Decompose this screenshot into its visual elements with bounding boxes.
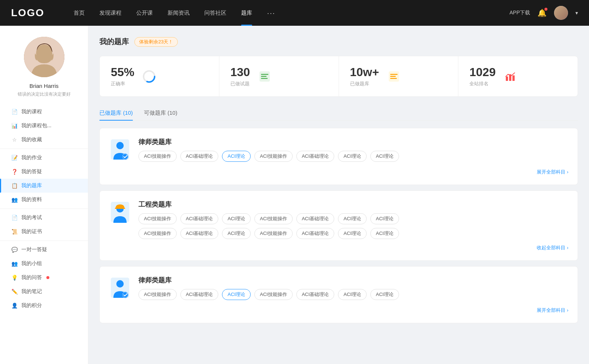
main-container: Brian Harris 错误的决定比没有决定要好 📄 我的课程 📊 我的课程包… [0, 26, 589, 364]
sidebar-item-notes[interactable]: ✏️ 我的笔记 [0, 285, 88, 299]
profile-motto: 错误的决定比没有决定要好 [18, 91, 71, 97]
sidebar-item-my-data[interactable]: 👥 我的资料 [0, 193, 88, 207]
tab-done-banks[interactable]: 已做题库 (10) [99, 106, 133, 120]
svg-point-24 [116, 280, 124, 288]
tag-3-4[interactable]: ACI基础理论 [296, 289, 335, 300]
svg-rect-7 [261, 76, 267, 77]
sidebar-label-groups: 我的小组 [21, 260, 42, 267]
topic-card-3: 律师类题库 ACI技能操作 ACI基础理论 ACI理论 ACI技能操作 ACI基… [99, 266, 578, 323]
exam-icon: 📄 [11, 214, 18, 221]
sidebar-label-my-data: 我的资料 [21, 196, 42, 203]
courses-icon: 📄 [11, 108, 18, 115]
main-nav: 首页 发现课程 公开课 新闻资讯 问答社区 题库 ··· [66, 0, 509, 26]
sidebar-label-homework: 我的作业 [21, 154, 42, 161]
tag-2-4[interactable]: ACI基础理论 [296, 213, 335, 224]
question-bank-icon: 📋 [11, 182, 18, 189]
collapse-link-2[interactable]: 收起全部科目 › [109, 245, 568, 251]
nav-home[interactable]: 首页 [66, 0, 92, 26]
tag-2-r2-3[interactable]: ACI技能操作 [254, 228, 293, 239]
homework-icon: 📝 [11, 154, 18, 161]
sidebar-item-course-package[interactable]: 📊 我的课程包... [0, 119, 88, 133]
tag-2-r2-6[interactable]: ACI理论 [370, 228, 399, 239]
sidebar-label-favorites: 我的收藏 [21, 136, 42, 143]
sidebar-label-points: 我的积分 [21, 302, 42, 309]
sidebar-menu: 📄 我的课程 📊 我的课程包... ☆ 我的收藏 📝 我的作业 ❓ 我的答疑 � [0, 105, 88, 313]
tag-3-0[interactable]: ACI技能操作 [138, 289, 177, 300]
user-dropdown[interactable]: ▾ [575, 10, 578, 16]
tag-1-0[interactable]: ACI技能操作 [138, 151, 177, 162]
sidebar-item-my-courses[interactable]: 📄 我的课程 [0, 105, 88, 119]
tag-1-1[interactable]: ACI基础理论 [180, 151, 219, 162]
sidebar-item-homework[interactable]: 📝 我的作业 [0, 151, 88, 165]
stat-correct-rate: 55% 正确率 [100, 56, 219, 96]
divider-3 [0, 240, 88, 241]
stat-done-banks: 10w+ 已做题库 [339, 56, 459, 96]
sidebar-item-qa[interactable]: ❓ 我的答疑 [0, 165, 88, 179]
star-icon: ☆ [11, 136, 18, 143]
svg-rect-11 [390, 76, 396, 77]
tag-1-2[interactable]: ACI理论 [222, 151, 251, 162]
package-icon: 📊 [11, 122, 18, 129]
tag-2-r2-0[interactable]: ACI技能操作 [138, 228, 177, 239]
topic-title-2: 工程类题库 [138, 200, 568, 209]
correct-rate-icon [142, 69, 156, 84]
sidebar-item-favorites[interactable]: ☆ 我的收藏 [0, 133, 88, 147]
tag-2-1[interactable]: ACI基础理论 [180, 213, 219, 224]
tag-1-4[interactable]: ACI基础理论 [296, 151, 335, 162]
tag-3-2[interactable]: ACI理论 [222, 289, 251, 300]
stat-rank: 1029 全站排名 [458, 56, 578, 96]
svg-rect-15 [512, 75, 515, 81]
tag-3-5[interactable]: ACI理论 [338, 289, 367, 300]
topic-title-3: 律师类题库 [138, 276, 568, 285]
notification-dot [544, 8, 547, 11]
tag-3-3[interactable]: ACI技能操作 [254, 289, 293, 300]
divider-2 [0, 208, 88, 209]
tag-2-6[interactable]: ACI理论 [370, 213, 399, 224]
nav-open-course[interactable]: 公开课 [129, 0, 160, 26]
profile-avatar[interactable] [24, 37, 64, 77]
expand-link-1[interactable]: 展开全部科目 › [109, 169, 568, 175]
tag-1-6[interactable]: ACI理论 [370, 151, 399, 162]
sidebar-item-my-questions[interactable]: 💡 我的问答 [0, 271, 88, 285]
sidebar-item-question-bank[interactable]: 📋 我的题库 [0, 179, 88, 193]
tag-2-0[interactable]: ACI技能操作 [138, 213, 177, 224]
tab-available-banks[interactable]: 可做题库 (10) [144, 106, 177, 120]
sidebar-item-points[interactable]: 👤 我的积分 [0, 299, 88, 313]
tag-2-r2-5[interactable]: ACI理论 [338, 228, 367, 239]
notification-bell[interactable]: 🔔 [537, 8, 547, 17]
sidebar-label-my-questions: 我的问答 [21, 274, 42, 281]
tag-2-3[interactable]: ACI技能操作 [254, 213, 293, 224]
tag-1-5[interactable]: ACI理论 [338, 151, 367, 162]
cert-icon: 📜 [11, 228, 18, 235]
trial-badge: 体验剩余23天！ [134, 37, 178, 47]
stat-label-done: 已做试题 [230, 81, 250, 87]
expand-link-3[interactable]: 展开全部科目 › [109, 307, 568, 314]
tag-3-1[interactable]: ACI基础理论 [180, 289, 219, 300]
logo[interactable]: LOGO [11, 7, 44, 19]
nav-news[interactable]: 新闻资讯 [160, 0, 197, 26]
sidebar-item-tutoring[interactable]: 💬 一对一答疑 [0, 243, 88, 257]
nav-more[interactable]: ··· [260, 9, 283, 17]
tag-2-r2-2[interactable]: ACI理论 [222, 228, 251, 239]
nav-questions[interactable]: 题库 [234, 0, 260, 26]
stat-value-banks: 10w+ [350, 65, 379, 79]
page-header: 我的题库 体验剩余23天！ [99, 37, 578, 47]
sidebar-item-exam[interactable]: 📄 我的考试 [0, 211, 88, 225]
tag-2-r2-1[interactable]: ACI基础理论 [180, 228, 219, 239]
nav-qa[interactable]: 问答社区 [197, 0, 234, 26]
tag-2-r2-4[interactable]: ACI基础理论 [296, 228, 335, 239]
app-download-button[interactable]: APP下载 [509, 10, 530, 16]
stat-value-rank: 1029 [469, 65, 495, 79]
sidebar: Brian Harris 错误的决定比没有决定要好 📄 我的课程 📊 我的课程包… [0, 26, 88, 364]
tag-1-3[interactable]: ACI技能操作 [254, 151, 293, 162]
divider-1 [0, 149, 88, 149]
sidebar-item-certificate[interactable]: 📜 我的证书 [0, 225, 88, 239]
tag-3-6[interactable]: ACI理论 [370, 289, 399, 300]
user-avatar[interactable] [554, 6, 568, 20]
rank-icon [503, 69, 518, 84]
done-banks-icon [387, 69, 401, 84]
tag-2-5[interactable]: ACI理论 [338, 213, 367, 224]
tag-2-2[interactable]: ACI理论 [222, 213, 251, 224]
nav-discover[interactable]: 发现课程 [92, 0, 129, 26]
sidebar-item-groups[interactable]: 👥 我的小组 [0, 257, 88, 271]
